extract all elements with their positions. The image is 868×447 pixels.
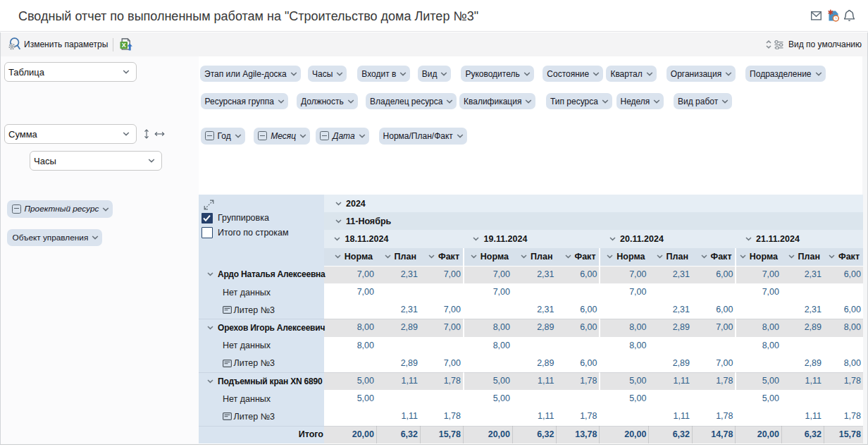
- svg-text:X: X: [122, 42, 126, 49]
